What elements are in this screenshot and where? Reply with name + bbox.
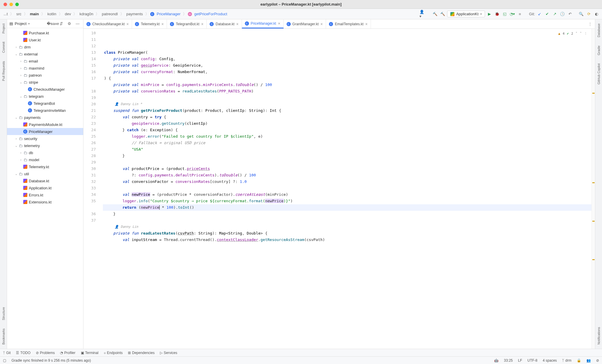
- tool-dependencies[interactable]: ⊞ Dependencies: [128, 351, 155, 355]
- file-encoding[interactable]: UTF-8: [527, 358, 537, 363]
- tree-item[interactable]: ›🗀email: [7, 58, 83, 65]
- tree-item[interactable]: ›🗀security: [7, 135, 83, 142]
- maximize-window-icon[interactable]: [15, 3, 19, 6]
- tool-terminal[interactable]: ▣ Terminal: [81, 351, 98, 355]
- hide-icon[interactable]: —: [74, 21, 81, 27]
- tree-item[interactable]: CCheckoutManager: [7, 86, 83, 93]
- code-line[interactable]: logger.error("Failed to get country for …: [103, 133, 591, 140]
- breadcrumb-class[interactable]: PriceManager: [155, 11, 182, 17]
- tree-item[interactable]: ⌄🗀external: [7, 50, 83, 58]
- tree-item[interactable]: Errors.kt: [7, 191, 83, 198]
- rail-database[interactable]: Database: [596, 22, 601, 39]
- line-separator[interactable]: LF: [518, 358, 522, 363]
- git-push-icon[interactable]: ↗: [551, 11, 558, 17]
- rail-commit[interactable]: Commit: [1, 40, 6, 55]
- shield-icon[interactable]: ⊘: [596, 358, 599, 363]
- tree-item[interactable]: ›🗀maxmind: [7, 65, 83, 72]
- chevron-icon[interactable]: ⌄: [19, 81, 23, 84]
- tree-item[interactable]: PaymentsModule.kt: [7, 121, 83, 128]
- coverage-icon[interactable]: ◱: [501, 11, 508, 17]
- chevron-icon[interactable]: ›: [19, 60, 23, 63]
- code-line[interactable]: private val currencyFormat: NumberFormat…: [103, 69, 591, 75]
- stop-icon[interactable]: ■: [517, 11, 523, 17]
- tree-item[interactable]: Extensions.kt: [7, 198, 83, 205]
- minimize-window-icon[interactable]: [9, 3, 13, 6]
- tree-item[interactable]: ›🗀patreon: [7, 72, 83, 79]
- tree-item[interactable]: ⌄🗀telemetry: [7, 142, 83, 149]
- chevron-icon[interactable]: ⌄: [19, 95, 23, 98]
- expand-all-icon[interactable]: ⇵: [58, 21, 64, 27]
- tree-item[interactable]: ⌄🗀stripe: [7, 79, 83, 86]
- breadcrumb-item[interactable]: kotlin: [46, 11, 57, 17]
- lock-icon[interactable]: 🔒: [577, 358, 581, 363]
- editor-tab[interactable]: CGrantManager.kt×: [284, 19, 326, 28]
- tool-profiler[interactable]: ◔ Profiler: [60, 351, 75, 355]
- breadcrumb-item[interactable]: kdrag0n: [78, 11, 94, 17]
- chevron-icon[interactable]: ›: [19, 67, 23, 70]
- close-tab-icon[interactable]: ×: [126, 22, 129, 26]
- breadcrumb-item[interactable]: src: [15, 11, 22, 17]
- code-line[interactable]: private val geoipService: GeoipService,: [103, 62, 591, 69]
- rail-gradle[interactable]: Gradle: [596, 44, 601, 57]
- code-editor[interactable]: 1011121314151617181920212223242526272829…: [83, 29, 595, 349]
- tree-item[interactable]: ›🗀model: [7, 156, 83, 163]
- code-line[interactable]: return (newPrice * 100).toInt(): [103, 204, 591, 211]
- breadcrumb-item[interactable]: ...t: [2, 11, 9, 17]
- project-tree[interactable]: Purchase.ktUser.kt›🗀drm⌄🗀external›🗀email…: [7, 28, 83, 349]
- run-icon[interactable]: ▶: [486, 11, 493, 17]
- code-line[interactable]: }: [103, 153, 591, 159]
- code-line[interactable]: private fun readLatestRates(csvPath: Str…: [103, 230, 591, 237]
- rail-pull-requests[interactable]: Pull Requests: [1, 59, 6, 83]
- chevron-icon[interactable]: ›: [19, 158, 23, 161]
- tree-item[interactable]: CTelegramInviteMan: [7, 107, 83, 114]
- chevron-icon[interactable]: ⌄: [14, 116, 18, 119]
- code-line[interactable]: private val config: Config,: [103, 56, 591, 62]
- code-line[interactable]: } catch (e: Exception) {: [103, 127, 591, 133]
- people-icon[interactable]: 👥: [586, 358, 591, 363]
- code-line[interactable]: val country = try {: [103, 114, 591, 120]
- breadcrumb-item[interactable]: payments: [125, 11, 144, 17]
- code-line[interactable]: val conversionFactor = conversionRates[c…: [103, 178, 591, 185]
- close-window-icon[interactable]: [4, 3, 7, 6]
- code-line[interactable]: [103, 95, 591, 101]
- rail-copilot[interactable]: GitHub Copilot: [596, 62, 601, 86]
- tree-item[interactable]: ⌄🗀telegram: [7, 93, 83, 100]
- chevron-icon[interactable]: ⌄: [14, 53, 18, 56]
- tree-item[interactable]: ›🗀db: [7, 149, 83, 156]
- close-tab-icon[interactable]: ×: [278, 21, 280, 26]
- editor-tab[interactable]: CPriceManager.kt×: [242, 19, 284, 28]
- git-commit-icon[interactable]: ✔: [544, 11, 550, 17]
- code-line[interactable]: "USA": [103, 146, 591, 153]
- close-tab-icon[interactable]: ×: [320, 22, 323, 26]
- chevron-icon[interactable]: ›: [19, 151, 23, 154]
- copilot-status-icon[interactable]: 🤖: [494, 358, 499, 363]
- tool-services[interactable]: ▷ Services: [160, 351, 177, 355]
- code-line[interactable]: val newPrice = (productPrice * conversio…: [103, 191, 591, 198]
- rail-bookmarks[interactable]: Bookmarks: [1, 327, 6, 346]
- ide-logo-icon[interactable]: ◐: [593, 11, 600, 17]
- tool-problems[interactable]: ⊘ Problems: [36, 351, 55, 355]
- git-history-icon[interactable]: 🕓: [559, 11, 566, 17]
- run-config-selector[interactable]: ApplicationKt ▾: [447, 11, 485, 17]
- breadcrumb-method[interactable]: getPriceForProduct: [193, 11, 228, 17]
- code-line[interactable]: geoipService.getCountry(clientIp): [103, 120, 591, 127]
- code-line[interactable]: suspend fun getPriceForProduct(product: …: [103, 107, 591, 114]
- search-icon[interactable]: 🔍: [578, 11, 584, 17]
- code-line[interactable]: val inputStream = Thread.currentThread()…: [103, 237, 591, 243]
- editor-tab[interactable]: CCheckoutManager.kt×: [83, 19, 132, 28]
- close-tab-icon[interactable]: ×: [201, 22, 203, 26]
- author-annotation[interactable]: 👤 Danny Lin: [103, 224, 591, 230]
- dropdown-icon[interactable]: ▾: [28, 22, 30, 25]
- tree-item[interactable]: Database.kt: [7, 177, 83, 184]
- prev-highlight-icon[interactable]: ˆ: [576, 31, 578, 37]
- caret-position[interactable]: 33:25: [504, 358, 513, 363]
- author-annotation[interactable]: 👤 Danny Lin *: [103, 101, 591, 107]
- code-line[interactable]: logger.info("Country $country ⇒ price ${…: [103, 198, 591, 204]
- more-tabs-icon[interactable]: ⋮: [585, 19, 595, 28]
- user-icon[interactable]: 👤▾: [419, 11, 426, 17]
- editor-tab[interactable]: CTelemetry.kt×: [132, 19, 167, 28]
- code-line[interactable]: private val minPrice = config.payments.m…: [103, 82, 591, 88]
- editor-tab[interactable]: CDatabase.kt×: [207, 19, 242, 28]
- close-tab-icon[interactable]: ×: [161, 22, 164, 26]
- tree-item[interactable]: ›🗀drm: [7, 43, 83, 50]
